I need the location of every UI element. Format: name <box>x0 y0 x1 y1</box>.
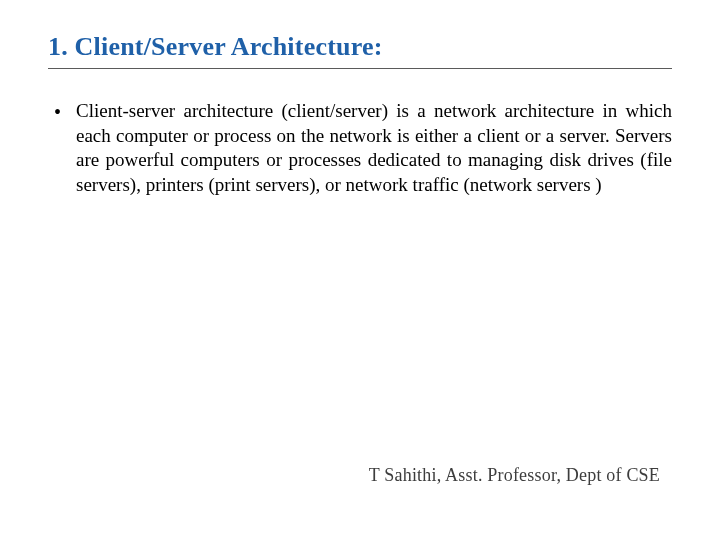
bullet-item: Client-server architecture (client/serve… <box>48 99 672 198</box>
bullet-list: Client-server architecture (client/serve… <box>48 99 672 198</box>
slide-container: 1. Client/Server Architecture: Client-se… <box>0 0 720 540</box>
slide-title: 1. Client/Server Architecture: <box>48 32 672 62</box>
title-underline <box>48 68 672 69</box>
footer-attribution: T Sahithi, Asst. Professor, Dept of CSE <box>369 465 660 486</box>
